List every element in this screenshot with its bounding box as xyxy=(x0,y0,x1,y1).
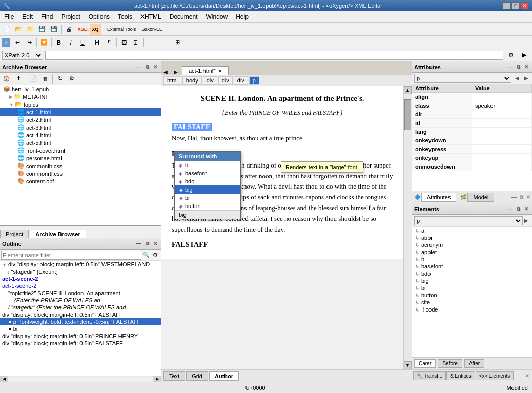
close-button[interactable]: ✕ xyxy=(521,2,529,9)
open-btn[interactable]: 📂 xyxy=(13,24,24,35)
breadcrumb-div1[interactable]: div xyxy=(203,76,217,85)
menu-tools[interactable]: Tools xyxy=(114,11,136,22)
menu-edit[interactable]: Edit xyxy=(18,11,37,22)
surround-item-basefont[interactable]: ◈ basefont xyxy=(175,169,240,177)
tree-item-content-opf[interactable]: 🎨 content.opf xyxy=(0,177,161,185)
xslt-btn[interactable]: XQ xyxy=(90,24,101,35)
menu-help[interactable]: Help xyxy=(232,11,253,22)
model-tab[interactable]: Model xyxy=(467,193,494,202)
nav-right-btn[interactable]: ▶ xyxy=(172,69,180,75)
outline-minimize-btn[interactable]: — xyxy=(135,240,142,247)
model-float-btn[interactable]: ⧉ xyxy=(518,194,525,201)
attr-value-lang[interactable] xyxy=(472,128,532,136)
ab-refresh-btn[interactable]: ↻ xyxy=(54,73,66,85)
elem-item-abbr[interactable]: ↳ abbr xyxy=(412,234,532,241)
elem-item-cite[interactable]: ↳ cite xyxy=(412,299,532,306)
scroll-thumb[interactable] xyxy=(404,99,411,130)
editor-tab-act1[interactable]: act-1.html* ✕ xyxy=(182,66,229,75)
elem-item-b[interactable]: ↳ b xyxy=(412,256,532,263)
breadcrumb-div3[interactable]: div xyxy=(234,76,248,85)
ext-tools-btn[interactable]: External Tools xyxy=(105,24,138,35)
attr-value-onkeyup[interactable] xyxy=(472,154,532,162)
outline-item-act1scene2b[interactable]: act-1-scene-2 xyxy=(0,282,161,289)
tree-item-act5[interactable]: 🌐 act-5.html xyxy=(0,139,161,147)
attr-nav-prev[interactable]: ◀ xyxy=(514,75,521,82)
attr-nav-next[interactable]: ▶ xyxy=(523,75,530,82)
elem-item-big[interactable]: ↳ big xyxy=(412,277,532,284)
caret-tab[interactable]: Caret xyxy=(414,359,436,368)
outline-item[interactable]: div "display: block; margin-left: 0.5in"… xyxy=(0,311,161,318)
new-btn[interactable]: 📄 xyxy=(1,24,12,35)
tree-item-act1[interactable]: 🌐 act-1.html xyxy=(0,108,161,116)
outline-settings-btn[interactable]: ⚙ xyxy=(151,251,160,260)
list1-btn[interactable]: ≡ xyxy=(145,37,156,48)
ab-settings-btn[interactable]: ⚙ xyxy=(66,73,77,85)
before-tab[interactable]: Before xyxy=(438,359,462,368)
project-tab[interactable]: Project xyxy=(0,230,29,238)
tree-item-act2[interactable]: 🌐 act-2.html xyxy=(0,116,161,123)
model-minimize-btn[interactable]: — xyxy=(510,194,518,201)
scroll-right-btn[interactable]: ▶ xyxy=(153,376,161,382)
attr-float-btn[interactable]: ⧉ xyxy=(515,64,522,71)
menu-document[interactable]: Document xyxy=(166,11,202,22)
outline-item[interactable]: i "stagedir" {Enter the PRINCE OF WALES … xyxy=(0,304,161,311)
menu-window[interactable]: Window xyxy=(201,11,232,22)
outline-item[interactable]: ▼ div "display: block; margin-left: 0.5i… xyxy=(0,261,161,268)
editor-author-tab[interactable]: Author xyxy=(209,371,239,381)
editor-tab-close[interactable]: ✕ xyxy=(218,68,222,74)
elem-item-applet[interactable]: ↳ applet xyxy=(412,249,532,256)
elem-item-bdo[interactable]: ↳ bdo xyxy=(412,270,532,277)
archive-minimize-btn[interactable]: — xyxy=(135,64,142,71)
tree-root[interactable]: 📦 hen_iv_1.epub xyxy=(0,85,161,93)
tree-item-act3[interactable]: 🌐 act-3.html xyxy=(0,123,161,131)
tree-item-personae[interactable]: 🌐 personae.html xyxy=(0,154,161,162)
breadcrumb-div2[interactable]: div xyxy=(218,76,233,85)
xpath-input[interactable] xyxy=(45,51,503,60)
underline-btn[interactable]: U xyxy=(77,37,88,48)
ab-home-btn[interactable]: 🏠 xyxy=(1,73,12,85)
breadcrumb-p[interactable]: p xyxy=(249,76,259,85)
entities-tab[interactable]: & Entities xyxy=(446,371,475,380)
h-btn[interactable]: H xyxy=(92,37,103,48)
menu-project[interactable]: Project xyxy=(57,11,84,22)
filter-btn[interactable]: 🔽 xyxy=(38,37,50,48)
elem-nav-next[interactable]: ▶ xyxy=(523,217,530,224)
elem-item-button[interactable]: ↳ button xyxy=(412,292,532,299)
archive-float-btn[interactable]: ⧉ xyxy=(144,64,151,71)
outline-item-selected[interactable]: ● p "font-weight: bold; text-indent: -0.… xyxy=(0,318,161,325)
open2-btn[interactable]: 📁 xyxy=(25,24,36,35)
outline-item[interactable]: {Enter the PRINCE OF WALES an xyxy=(0,297,161,304)
menu-xhtml[interactable]: XHTML xyxy=(136,11,166,22)
tree-item-rtl-css[interactable]: 🎨 commonrtl.css xyxy=(0,170,161,177)
attr-value-onkeydown[interactable] xyxy=(472,136,532,144)
surround-item-bdo[interactable]: ◈ bdo xyxy=(175,177,240,185)
elem-item-code[interactable]: ↳ ‼ code xyxy=(412,306,532,313)
outline-item[interactable]: div "display: block; margin-left: 0.5in"… xyxy=(0,340,161,347)
xpath-settings-btn[interactable]: ⚙ xyxy=(505,50,517,61)
outline-item-br[interactable]: ● br xyxy=(0,325,161,333)
minimize-button[interactable]: ─ xyxy=(502,2,510,9)
tree-item-act4[interactable]: 🌐 act-4.html xyxy=(0,131,161,139)
elem-item-basefont[interactable]: ↳ basefont xyxy=(412,263,532,270)
bold-btn[interactable]: B xyxy=(53,37,65,48)
model-close-btn[interactable]: ✕ xyxy=(525,194,532,201)
validate-btn[interactable]: XSLT xyxy=(78,24,89,35)
surround-item-b[interactable]: ◈ b xyxy=(175,161,240,169)
attr-value-onmousedown[interactable] xyxy=(472,162,532,171)
image-btn[interactable]: 🖼 xyxy=(118,37,130,48)
elem-close-btn[interactable]: ✕ xyxy=(523,205,530,213)
save2-btn[interactable]: 💾 xyxy=(48,24,59,35)
after-tab[interactable]: After xyxy=(464,359,484,368)
scroll-up-btn[interactable]: ▲ xyxy=(404,86,412,94)
surround-item-big[interactable]: ◈ big xyxy=(175,185,240,194)
attr-close-btn[interactable]: ✕ xyxy=(523,64,530,71)
surround-item-br[interactable]: ◈ br xyxy=(175,194,240,202)
outline-hscrollbar[interactable]: ◀ ▶ xyxy=(0,376,161,382)
outline-item-act1scene2[interactable]: act-1-scene-2 xyxy=(0,275,161,282)
menu-options[interactable]: Options xyxy=(85,11,114,22)
breadcrumb-body[interactable]: body xyxy=(182,76,202,85)
archive-close-btn[interactable]: ✕ xyxy=(152,64,159,71)
outline-filter-btn[interactable]: 🔍 xyxy=(141,251,151,260)
maximize-button[interactable]: □ xyxy=(511,2,520,9)
xpath-go-btn[interactable]: ▶ xyxy=(519,50,530,61)
